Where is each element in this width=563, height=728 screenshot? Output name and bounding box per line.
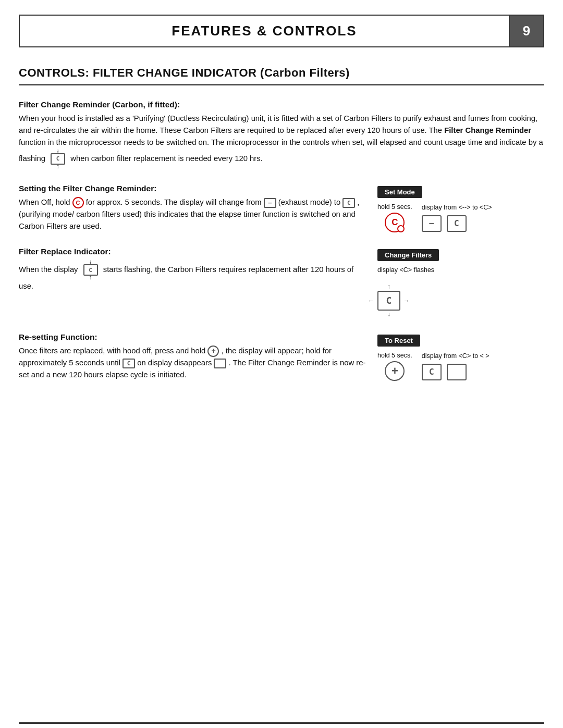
to-reset-label: To Reset bbox=[377, 335, 420, 347]
page-wrapper: FEATURES & CONTROLS 9 CONTROLS: FILTER C… bbox=[0, 15, 563, 728]
set-mode-display-item: display from <--> to <C> – C bbox=[422, 204, 544, 232]
sr-c-display: C bbox=[342, 198, 355, 208]
change-filters-label: Change Filters bbox=[377, 249, 439, 261]
set-mode-dash-icon: – bbox=[422, 215, 442, 232]
fcr-bold: Filter Change Reminder bbox=[444, 126, 531, 134]
set-mode-label: Set Mode bbox=[377, 186, 422, 198]
resetting-cols: Re-setting Function: Once filters are re… bbox=[19, 332, 544, 381]
cf-icon-row: ← C → bbox=[377, 291, 400, 311]
to-reset-display-item: display from <C> to < > C bbox=[422, 352, 544, 380]
resetting-text: Re-setting Function: Once filters are re… bbox=[19, 332, 367, 381]
set-mode-hold-item: hold 5 secs. C bbox=[377, 203, 412, 232]
change-filters-display-label: display <C> flashes bbox=[377, 266, 434, 274]
filter-replace-section: Filter Replace Indicator: When the displ… bbox=[19, 247, 544, 318]
resetting-body: Once filters are replaced, with hood off… bbox=[19, 345, 367, 381]
to-reset-row: hold 5 secs. + display from <C> to < > C bbox=[377, 352, 544, 381]
res-text3: on display disappears bbox=[137, 359, 214, 367]
set-mode-displays: – C bbox=[422, 215, 467, 232]
set-mode-row: hold 5 secs. C display from <--> to <C> … bbox=[377, 203, 544, 232]
change-filters-cf-wrap: ↑ ← C → ↓ bbox=[377, 283, 400, 318]
filter-change-reminder-section: Filter Change Reminder (Carbon, if fitte… bbox=[19, 100, 544, 169]
page-header: FEATURES & CONTROLS 9 bbox=[19, 15, 544, 47]
set-mode-display-label: display from <--> to <C> bbox=[422, 204, 492, 211]
res-empty-display bbox=[214, 359, 226, 368]
setting-reminder-section: Setting the Filter Change Reminder: When… bbox=[19, 184, 544, 232]
bottom-rule bbox=[19, 722, 544, 724]
setting-reminder-diagram: Set Mode hold 5 secs. C display from <--… bbox=[377, 184, 544, 232]
resetting-title: Re-setting Function: bbox=[19, 332, 367, 342]
to-reset-c-icon: C bbox=[422, 364, 442, 380]
section-heading-text: CONTROLS: FILTER CHANGE INDICATOR (Carbo… bbox=[19, 66, 350, 79]
cf-arrow-down: ↓ bbox=[387, 311, 390, 318]
sr-text1: When Off, hold bbox=[19, 198, 72, 206]
to-reset-display-label: display from <C> to < > bbox=[422, 352, 489, 360]
set-mode-c-button: C bbox=[385, 213, 405, 232]
setting-reminder-body: When Off, hold C for approx. 5 seconds. … bbox=[19, 196, 367, 232]
to-reset-plus-button: + bbox=[385, 361, 405, 381]
sr-text2: for approx. 5 seconds. The display will … bbox=[86, 198, 264, 206]
setting-reminder-cols: Setting the Filter Change Reminder: When… bbox=[19, 184, 544, 232]
content-area: Filter Change Reminder (Carbon, if fitte… bbox=[19, 85, 544, 381]
resetting-diagram: To Reset hold 5 secs. + display from <C>… bbox=[377, 332, 544, 381]
cf-c-icon: C bbox=[377, 291, 400, 311]
page-number: 9 bbox=[510, 16, 543, 46]
fcr-inline-cf-icon: ↑ C ↓ bbox=[51, 149, 65, 169]
sr-dash-display: – bbox=[264, 198, 276, 208]
res-plus-icon: + bbox=[207, 346, 219, 357]
res-text1: Once filters are replaced, with hood off… bbox=[19, 347, 207, 355]
diagram-col-inner-2: Change Filters display <C> flashes ↑ ← C… bbox=[377, 247, 544, 318]
fcr-cf-display: C bbox=[51, 153, 65, 165]
fr-cf-display: C bbox=[83, 264, 98, 276]
cf-arrow-right: → bbox=[403, 297, 410, 304]
filter-replace-title: Filter Replace Indicator: bbox=[19, 247, 367, 256]
fr-cf-icon-wrap: ↑ C ↓ bbox=[83, 260, 98, 280]
header-title: FEATURES & CONTROLS bbox=[20, 16, 510, 46]
to-reset-hold-label: hold 5 secs. bbox=[377, 352, 412, 359]
cf-arrow-up: ↑ bbox=[387, 283, 390, 290]
filter-change-reminder-body: When your hood is installed as a 'Purify… bbox=[19, 113, 544, 169]
diagram-col-inner-1: Set Mode hold 5 secs. C display from <--… bbox=[377, 184, 544, 232]
filter-replace-body: When the display ↑ C ↓ starts flashing, … bbox=[19, 260, 367, 292]
sr-c-icon: C bbox=[72, 197, 84, 208]
setting-reminder-text: Setting the Filter Change Reminder: When… bbox=[19, 184, 367, 232]
sr-text3: (exhaust mode) to bbox=[278, 198, 342, 206]
filter-replace-cols: Filter Replace Indicator: When the displ… bbox=[19, 247, 544, 318]
change-filters-row: display <C> flashes ↑ ← C → ↓ bbox=[377, 266, 544, 318]
to-reset-hold-item: hold 5 secs. + bbox=[377, 352, 412, 381]
setting-reminder-title: Setting the Filter Change Reminder: bbox=[19, 184, 367, 193]
to-reset-displays: C bbox=[422, 364, 467, 380]
filter-change-reminder-title: Filter Change Reminder (Carbon, if fitte… bbox=[19, 100, 544, 109]
set-mode-hold-label: hold 5 secs. bbox=[377, 203, 412, 211]
resetting-section: Re-setting Function: Once filters are re… bbox=[19, 332, 544, 381]
change-filters-display-item: display <C> flashes ↑ ← C → ↓ bbox=[377, 266, 544, 318]
res-c-display: C bbox=[123, 359, 135, 368]
filter-replace-diagram: Change Filters display <C> flashes ↑ ← C… bbox=[377, 247, 544, 318]
filter-replace-text: Filter Replace Indicator: When the displ… bbox=[19, 247, 367, 292]
fr-text1: When the display bbox=[19, 265, 80, 274]
section-heading: CONTROLS: FILTER CHANGE INDICATOR (Carbo… bbox=[19, 66, 544, 85]
set-mode-c-icon: C bbox=[447, 215, 467, 232]
fcr-text3: when carbon filter replacement is needed… bbox=[68, 154, 263, 163]
cf-arrow-left: ← bbox=[368, 297, 374, 304]
to-reset-empty-icon bbox=[447, 364, 467, 380]
diagram-col-inner-3: To Reset hold 5 secs. + display from <C>… bbox=[377, 332, 544, 381]
